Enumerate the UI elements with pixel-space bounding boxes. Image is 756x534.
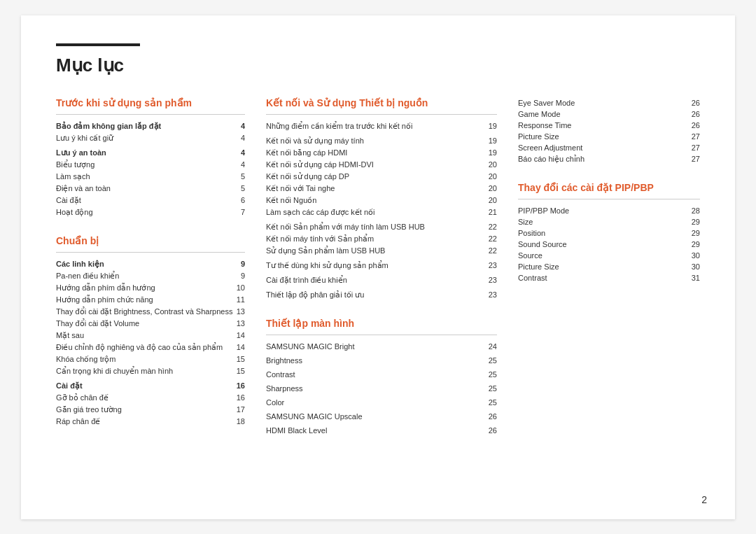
table-row: Cẩn trọng khi di chuyển màn hình15 <box>56 365 245 377</box>
table-row: Kết nối bằng cáp HDMI19 <box>266 147 497 159</box>
table-row: Color25 <box>266 397 497 408</box>
table-row: Thay đổi cài đặt Volume13 <box>56 318 245 330</box>
col-right: Eye Saver Mode26Game Mode26Response Time… <box>518 97 700 453</box>
table-row: Response Time26 <box>518 120 700 131</box>
table-row: Thay đổi cài đặt Brightness, Contrast và… <box>56 306 245 318</box>
toc-section-ket-noi: Kết nối và Sử dụng Thiết bị nguồnNhững đ… <box>266 97 497 301</box>
table-row: Mặt sau14 <box>56 330 245 342</box>
table-row: Bảo đảm không gian lắp đặt4 <box>56 120 245 132</box>
page-number: 2 <box>701 494 707 505</box>
table-row: Lưu ý khi cất giữ4 <box>56 132 245 144</box>
table-row: Làm sạch5 <box>56 171 245 183</box>
table-row: Picture Size30 <box>518 261 700 272</box>
table-row: PIP/PBP Mode28 <box>518 205 700 216</box>
table-row: Sound Source29 <box>518 239 700 250</box>
divider <box>56 114 245 115</box>
table-row: Khóa chống trộm15 <box>56 353 245 365</box>
table-row: Làm sạch các cáp được kết nối21 <box>266 206 497 218</box>
table-row: Điều chỉnh độ nghiêng và độ cao của sản … <box>56 342 245 353</box>
table-row: Kết nối và sử dụng máy tính19 <box>266 135 497 147</box>
table-row: SAMSUNG MAGIC Bright24 <box>266 341 497 352</box>
table-row: Kết nối Sản phẩm với máy tính làm USB HU… <box>266 221 497 233</box>
toc-table: Bảo đảm không gian lắp đặt4Lưu ý khi cất… <box>56 120 245 218</box>
table-row: Picture Size27 <box>518 131 700 142</box>
toc-section-truoc-khi: Trước khi sử dụng sản phẩmBảo đảm không … <box>56 97 245 218</box>
divider <box>518 199 700 199</box>
table-row: Size29 <box>518 216 700 227</box>
toc-table: PIP/PBP Mode28Size29Position29Sound Sour… <box>518 205 700 283</box>
table-row: Gắn giá treo tường17 <box>56 404 245 416</box>
table-row: Contrast25 <box>266 369 497 380</box>
table-row: Những điểm cần kiểm tra trước khi kết nố… <box>266 120 497 132</box>
divider <box>266 114 497 115</box>
table-row: Điện và an toàn5 <box>56 183 245 195</box>
table-row: Game Mode26 <box>518 108 700 120</box>
col-middle: Kết nối và Sử dụng Thiết bị nguồnNhững đ… <box>266 97 497 453</box>
page: Mục lục Trước khi sử dụng sản phẩmBảo đả… <box>21 15 735 519</box>
divider <box>266 335 497 335</box>
page-title: Mục lục <box>56 55 700 76</box>
divider <box>56 252 245 253</box>
table-row: Ráp chân đế18 <box>56 416 245 428</box>
table-row: Cài đặt16 <box>56 380 245 392</box>
table-row: Contrast31 <box>518 272 700 283</box>
section-title: Kết nối và Sử dụng Thiết bị nguồn <box>266 97 497 108</box>
section-title: Chuẩn bị <box>56 235 245 246</box>
table-row: Pa-nen điều khiển9 <box>56 270 245 282</box>
table-row: Source30 <box>518 250 700 261</box>
toc-table: Các linh kiện9Pa-nen điều khiển9Hướng dẫ… <box>56 258 245 428</box>
table-row: Lưu ý an toàn4 <box>56 147 245 159</box>
table-row: Cài đặt trình điều khiển23 <box>266 274 497 286</box>
section-title: Trước khi sử dụng sản phẩm <box>56 97 245 108</box>
section-title: Thay đổi các cài đặt PIP/PBP <box>518 182 700 193</box>
toc-section-thiet-lap: Thiết lập màn hìnhSAMSUNG MAGIC Bright24… <box>266 318 497 436</box>
toc-table: Eye Saver Mode26Game Mode26Response Time… <box>518 97 700 165</box>
table-row: Gỡ bỏ chân đế16 <box>56 392 245 404</box>
table-row: Hoạt động7 <box>56 206 245 218</box>
table-row: SAMSUNG MAGIC Upscale26 <box>266 411 497 422</box>
table-row: Eye Saver Mode26 <box>518 97 700 108</box>
table-row: Kết nối Nguồn20 <box>266 195 497 206</box>
table-row: Hướng dẫn phím dẫn hướng10 <box>56 282 245 294</box>
top-bar <box>56 43 140 46</box>
table-row: Kết nối máy tính với Sản phẩm22 <box>266 233 497 245</box>
table-row: Kết nối sử dụng cáp HDMI-DVI20 <box>266 159 497 171</box>
table-row: Sharpness25 <box>266 383 497 394</box>
table-row: Kết nối sử dụng cáp DP20 <box>266 171 497 183</box>
table-row: HDMI Black Level26 <box>266 425 497 436</box>
toc-section-right-top: Eye Saver Mode26Game Mode26Response Time… <box>518 97 700 165</box>
toc-table: SAMSUNG MAGIC Bright24Brightness25Contra… <box>266 341 497 436</box>
table-row: Thiết lập độ phân giải tối ưu23 <box>266 289 497 301</box>
table-row: Báo cáo hiệu chỉnh27 <box>518 153 700 165</box>
table-row: Position29 <box>518 227 700 239</box>
table-row: Sử dụng Sản phẩm làm USB HUB22 <box>266 245 497 257</box>
col-left: Trước khi sử dụng sản phẩmBảo đảm không … <box>56 97 245 453</box>
table-row: Biểu tượng4 <box>56 159 245 171</box>
toc-table: Những điểm cần kiểm tra trước khi kết nố… <box>266 120 497 301</box>
toc-section-pip-pbp: Thay đổi các cài đặt PIP/PBPPIP/PBP Mode… <box>518 182 700 283</box>
table-row: Hướng dẫn phím chức năng11 <box>56 294 245 306</box>
table-row: Brightness25 <box>266 355 497 366</box>
table-row: Cài đặt6 <box>56 195 245 206</box>
table-row: Kết nối với Tai nghe20 <box>266 183 497 195</box>
toc-section-chuan-bi: Chuẩn bịCác linh kiện9Pa-nen điều khiển9… <box>56 235 245 428</box>
table-row: Tư thế dùng khi sử dụng sản phẩm23 <box>266 260 497 272</box>
section-title: Thiết lập màn hình <box>266 318 497 329</box>
table-row: Các linh kiện9 <box>56 258 245 270</box>
content-grid: Trước khi sử dụng sản phẩmBảo đảm không … <box>56 97 700 453</box>
table-row: Screen Adjustment27 <box>518 142 700 153</box>
